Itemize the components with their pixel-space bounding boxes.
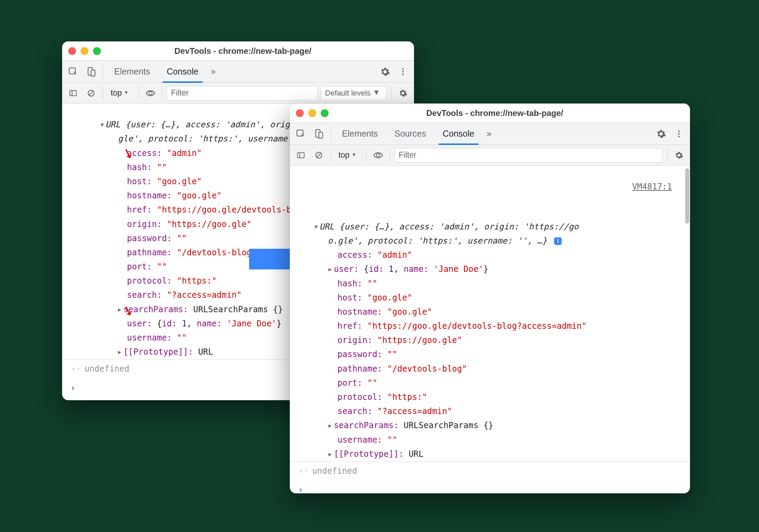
svg-point-8 bbox=[149, 91, 152, 95]
expand-icon[interactable] bbox=[118, 345, 121, 358]
expand-icon[interactable] bbox=[100, 118, 103, 130]
settings-icon[interactable] bbox=[377, 61, 393, 82]
context-selector[interactable]: top ▼ bbox=[107, 87, 134, 99]
prop-row[interactable]: hash: "" bbox=[290, 277, 690, 291]
source-link[interactable]: VM4817:1 bbox=[632, 180, 672, 193]
prop-row[interactable]: hostname: "goo.gle" bbox=[290, 305, 690, 319]
sidebar-toggle-icon[interactable] bbox=[66, 86, 81, 101]
svg-rect-11 bbox=[319, 132, 323, 138]
tab-console[interactable]: Console bbox=[435, 123, 482, 145]
svg-point-3 bbox=[402, 68, 404, 70]
svg-point-5 bbox=[402, 73, 404, 75]
summary-text: o.gle', protocol: 'https:', username: ''… bbox=[328, 236, 547, 246]
titlebar: DevTools - chrome://new-tab-page/ bbox=[290, 104, 690, 123]
prop-row[interactable]: pathname: "/devtools-blog" bbox=[290, 362, 690, 376]
more-tabs-icon[interactable]: » bbox=[207, 61, 219, 82]
tab-bar: Elements Console » bbox=[62, 61, 414, 83]
prop-row[interactable]: port: "" bbox=[290, 376, 690, 390]
filter-input[interactable]: Filter bbox=[167, 86, 318, 100]
minimize-icon[interactable] bbox=[308, 109, 316, 117]
tab-label: Elements bbox=[342, 129, 378, 139]
svg-rect-6 bbox=[70, 90, 77, 96]
console-output: VM4817:1 URL {user: {…}, access: 'admin'… bbox=[290, 166, 690, 493]
tab-elements[interactable]: Elements bbox=[107, 61, 158, 82]
prop-row[interactable]: [[Prototype]]: URL bbox=[290, 447, 690, 462]
expand-icon[interactable] bbox=[328, 447, 332, 460]
tab-console[interactable]: Console bbox=[159, 61, 206, 82]
live-expression-icon[interactable] bbox=[143, 86, 158, 101]
summary-text: URL {user: {…}, access: 'admin', orig bbox=[106, 120, 290, 129]
svg-rect-15 bbox=[297, 152, 304, 158]
prop-row[interactable]: host: "goo.gle" bbox=[290, 291, 690, 305]
info-badge-icon[interactable]: i bbox=[554, 237, 562, 245]
kebab-menu-icon[interactable] bbox=[671, 123, 687, 145]
sidebar-toggle-icon[interactable] bbox=[293, 148, 308, 163]
expand-icon[interactable] bbox=[328, 418, 332, 431]
prop-row[interactable]: access: "admin" bbox=[290, 248, 690, 262]
source-link-row: VM4817:1 bbox=[290, 167, 690, 207]
summary-text: URL {user: {…}, access: 'admin', origin:… bbox=[319, 222, 579, 231]
tab-elements[interactable]: Elements bbox=[334, 123, 385, 145]
tab-sources[interactable]: Sources bbox=[387, 123, 434, 145]
prop-row[interactable]: searchParams: URLSearchParams {} bbox=[290, 418, 690, 433]
traffic-lights bbox=[296, 109, 328, 117]
filter-input[interactable]: Filter bbox=[394, 148, 663, 162]
prop-row[interactable]: password: "" bbox=[290, 347, 690, 362]
clear-console-icon[interactable] bbox=[83, 86, 99, 101]
svg-point-17 bbox=[376, 154, 380, 157]
expand-icon[interactable] bbox=[328, 262, 332, 275]
kebab-menu-icon[interactable] bbox=[395, 61, 411, 82]
titlebar: DevTools - chrome://new-tab-page/ bbox=[62, 41, 414, 61]
minimize-icon[interactable] bbox=[81, 47, 88, 55]
settings-icon[interactable] bbox=[653, 123, 669, 145]
prop-row[interactable]: origin: "https://goo.gle" bbox=[290, 333, 690, 347]
tab-label: Console bbox=[443, 129, 474, 139]
close-icon[interactable] bbox=[296, 109, 304, 117]
tab-label: Console bbox=[167, 67, 198, 77]
summary-text: gle', protocol: 'https:', username: ' bbox=[118, 134, 303, 144]
expand-icon[interactable] bbox=[118, 303, 121, 315]
inspect-icon[interactable] bbox=[293, 123, 309, 145]
console-settings-icon[interactable] bbox=[395, 86, 411, 101]
prop-row[interactable]: user: {id: 1, name: 'Jane Doe'} bbox=[290, 262, 690, 276]
placeholder-text: Filter bbox=[399, 150, 416, 160]
svg-point-13 bbox=[678, 133, 680, 134]
prop-row[interactable]: href: "https://goo.gle/devtools-blog?acc… bbox=[290, 319, 690, 333]
tab-label: Elements bbox=[114, 67, 150, 77]
log-levels-selector[interactable]: Default levels ▼ bbox=[321, 86, 387, 100]
console-toolbar: top ▼ Filter Default levels ▼ bbox=[62, 83, 414, 104]
context-label: top bbox=[338, 150, 349, 160]
device-toggle-icon[interactable] bbox=[83, 61, 99, 82]
console-settings-icon[interactable] bbox=[671, 148, 687, 163]
prop-row[interactable]: protocol: "https:" bbox=[290, 390, 690, 404]
console-toolbar: top ▼ Filter bbox=[290, 145, 690, 166]
levels-label: Default levels bbox=[325, 89, 371, 98]
window-title: DevTools - chrome://new-tab-page/ bbox=[333, 108, 656, 118]
url-summary[interactable]: URL {user: {…}, access: 'admin', origin:… bbox=[290, 207, 690, 234]
device-toggle-icon[interactable] bbox=[310, 123, 327, 145]
maximize-icon[interactable] bbox=[93, 47, 101, 55]
tab-bar: Elements Sources Console » bbox=[290, 123, 690, 145]
svg-point-12 bbox=[678, 130, 680, 132]
clear-console-icon[interactable] bbox=[311, 148, 326, 163]
traffic-lights bbox=[68, 47, 101, 55]
prop-row[interactable]: username: "" bbox=[290, 433, 690, 447]
expand-icon[interactable] bbox=[314, 220, 317, 233]
inspect-icon[interactable] bbox=[65, 61, 81, 82]
live-expression-icon[interactable] bbox=[371, 148, 386, 163]
devtools-window-right: DevTools - chrome://new-tab-page/ Elemen… bbox=[290, 104, 690, 493]
context-label: top bbox=[111, 88, 122, 98]
maximize-icon[interactable] bbox=[321, 109, 328, 117]
svg-rect-2 bbox=[91, 70, 95, 76]
prop-row[interactable]: search: "?access=admin" bbox=[290, 404, 690, 418]
scrollbar[interactable] bbox=[685, 168, 689, 224]
context-selector[interactable]: top ▼ bbox=[335, 149, 362, 161]
window-title: DevTools - chrome://new-tab-page/ bbox=[106, 46, 380, 56]
placeholder-text: Filter bbox=[171, 88, 189, 98]
close-icon[interactable] bbox=[68, 47, 76, 55]
return-value: ‹·undefined bbox=[290, 462, 690, 480]
tab-label: Sources bbox=[394, 129, 426, 139]
console-prompt[interactable] bbox=[290, 480, 690, 493]
svg-point-14 bbox=[678, 136, 680, 137]
more-tabs-icon[interactable]: » bbox=[483, 123, 495, 145]
